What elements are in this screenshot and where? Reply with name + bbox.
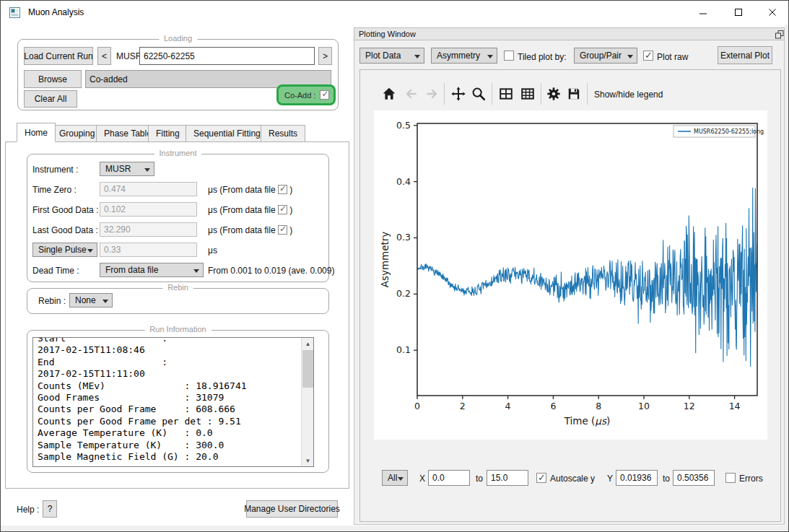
instrument-prefix-label: MUSR [116, 51, 141, 61]
y-range-label: Y [607, 474, 613, 484]
forward-icon[interactable] [425, 87, 440, 101]
run-information-textarea[interactable]: Start : 2017-02-15T11:08:46 End : 2017-0… [32, 337, 314, 467]
scrollbar-thumb[interactable] [302, 350, 313, 388]
x-axis-label: Time (μs) [564, 415, 611, 427]
x-max-input[interactable]: 15.0 [487, 470, 528, 486]
first-good-data-unit: μs (From data file ) [208, 205, 292, 215]
coadd-checkbox[interactable] [320, 90, 329, 100]
autoscale-y-checkbox[interactable] [536, 473, 546, 483]
zoom-icon[interactable] [471, 87, 486, 101]
toolbar-separator [587, 83, 588, 105]
manage-user-directories-button[interactable]: Manage User Directories [246, 500, 338, 518]
tab-home[interactable]: Home [17, 123, 56, 142]
pulse-unit: μs [208, 245, 217, 256]
toolbar-separator [541, 83, 541, 105]
svg-text:10: 10 [638, 401, 650, 411]
svg-text:0.3: 0.3 [396, 232, 411, 243]
svg-text:14: 14 [729, 401, 741, 411]
home-icon[interactable] [382, 87, 396, 101]
window-frame-bottom [1, 526, 789, 532]
maximize-button[interactable] [728, 4, 749, 20]
window-frame-right [785, 25, 789, 532]
next-run-button[interactable]: > [318, 47, 332, 65]
tiled-plot-checkbox[interactable] [504, 51, 514, 61]
y-max-input[interactable]: 0.50356 [673, 470, 715, 486]
y-min-input[interactable]: 0.01936 [616, 470, 658, 486]
tab-fitting[interactable]: Fitting [148, 125, 188, 142]
subplots-grid-icon[interactable] [499, 87, 513, 101]
help-button[interactable]: ? [43, 500, 57, 518]
back-icon[interactable] [404, 87, 418, 101]
instrument-group-legend: Instrument [154, 149, 202, 157]
errors-label: Errors [739, 474, 763, 484]
x-to-label: to [476, 474, 483, 484]
save-icon[interactable] [567, 87, 581, 101]
plot-canvas[interactable]: 024681012140.10.20.30.40.5Time (μs)Asymm… [374, 110, 767, 440]
run-info-text: Start : 2017-02-15T11:08:46 End : 2017-0… [38, 337, 247, 463]
tab-results[interactable]: Results [261, 125, 305, 142]
run-information-group-legend: Run Information [144, 325, 211, 333]
svg-text:12: 12 [684, 401, 695, 411]
plot-data-combo[interactable]: Plot Data [359, 48, 424, 64]
y-to-label: to [663, 474, 670, 484]
errors-checkbox[interactable] [725, 473, 736, 483]
rebin-group-legend: Rebin [162, 283, 193, 292]
help-label: Help : [17, 505, 39, 515]
run-info-scrollbar[interactable]: ▲ ▼ [301, 338, 313, 466]
svg-text:8: 8 [596, 401, 601, 411]
svg-text:0.4: 0.4 [396, 176, 411, 187]
plot-options-grid-icon[interactable] [520, 87, 535, 101]
show-hide-legend-button[interactable]: Show/hide legend [594, 90, 663, 100]
svg-text:0.2: 0.2 [396, 288, 411, 299]
app-icon [9, 7, 20, 18]
x-range-label: X [419, 474, 425, 484]
plotting-window-header[interactable] [354, 27, 785, 40]
minimize-button[interactable] [692, 4, 714, 20]
load-current-run-button[interactable]: Load Current Run [24, 47, 93, 65]
rebin-label: Rebin : [38, 296, 66, 306]
coadd-highlight-box: Co-Add : [276, 84, 336, 105]
muon-analysis-window: Muon Analysis Loading Load Current Run <… [0, 0, 789, 532]
settings-gear-icon[interactable] [546, 87, 561, 101]
last-good-from-file-checkbox[interactable] [278, 225, 287, 235]
previous-run-button[interactable]: < [97, 47, 111, 65]
tab-sequential-fitting[interactable]: Sequential Fitting [186, 125, 269, 142]
plot-type-combo[interactable]: Asymmetry [431, 48, 497, 64]
svg-text:0.5: 0.5 [396, 120, 411, 131]
scroll-up-icon[interactable]: ▲ [302, 338, 314, 349]
time-zero-label: Time Zero : [32, 185, 77, 195]
plot-legend[interactable]: MUSR62250-62255;long [674, 126, 764, 137]
plot-selector-combo[interactable]: All [382, 470, 408, 486]
first-good-data-label: First Good Data : [32, 205, 98, 215]
pulse-mode-combo[interactable]: Single Pulse [32, 243, 97, 257]
plot-raw-label: Plot raw [657, 52, 688, 62]
autoscale-y-label: Autoscale y [550, 474, 595, 484]
browse-button[interactable]: Browse [24, 70, 82, 88]
pulse-value-field: 0.33 [100, 243, 197, 257]
svg-text:0: 0 [414, 401, 420, 411]
rebin-combo[interactable]: None [69, 293, 113, 308]
scroll-down-icon[interactable]: ▼ [302, 455, 314, 466]
dead-time-label: Dead Time : [32, 266, 79, 276]
plot-raw-checkbox[interactable] [643, 51, 653, 61]
time-zero-from-file-checkbox[interactable] [278, 185, 287, 194]
tiled-plot-label: Tiled plot by: [518, 52, 567, 62]
first-good-from-file-checkbox[interactable] [278, 205, 287, 214]
external-plot-button[interactable]: External Plot [718, 46, 772, 64]
dead-time-info: From 0.001 to 0.019 (ave. 0.009) [208, 266, 334, 276]
y-axis-label: Asymmetry [379, 232, 391, 288]
clear-all-button[interactable]: Clear All [24, 90, 77, 108]
title-bar: Muon Analysis [1, 1, 788, 25]
pan-icon[interactable] [451, 87, 466, 101]
svg-text:6: 6 [550, 401, 556, 411]
close-button[interactable] [762, 4, 783, 20]
run-number-input[interactable]: 62250-62255 [139, 47, 315, 65]
instrument-combo[interactable]: MUSR [100, 162, 154, 176]
float-dock-icon[interactable] [775, 30, 784, 39]
x-min-input[interactable]: 0.0 [428, 470, 470, 486]
dead-time-combo[interactable]: From data file [100, 263, 204, 277]
toolbar-separator [444, 83, 445, 105]
tab-grouping[interactable]: Grouping [51, 125, 103, 142]
tiled-by-combo[interactable]: Group/Pair [574, 48, 637, 64]
plotting-window-title: Plotting Window [359, 30, 416, 38]
